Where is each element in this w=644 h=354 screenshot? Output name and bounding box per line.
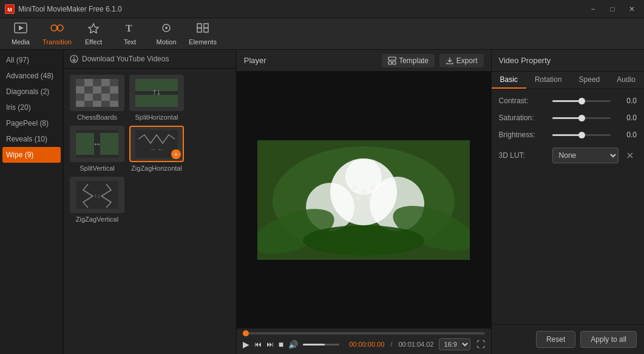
template-button[interactable]: Template [382,54,435,67]
lut-delete-button[interactable] [623,149,637,162]
svg-rect-26 [110,86,118,94]
fullscreen-button[interactable]: ⛶ [476,339,485,349]
contrast-fill [552,100,581,102]
saturation-label: Saturation: [499,114,547,122]
svg-marker-6 [89,24,98,33]
next-frame-button[interactable]: ⏭ [266,340,274,349]
close-button[interactable]: ✕ [625,3,639,15]
volume-icon[interactable]: 🔊 [288,340,298,349]
video-property-title: Video Property [492,50,644,72]
volume-slider[interactable] [303,344,339,345]
minimize-button[interactable]: − [586,3,600,15]
svg-rect-11 [204,24,208,28]
volume-fill [303,344,325,345]
transition-splitvertical[interactable]: ↔ SplitVertical [70,126,124,172]
player-title: Player [244,56,266,65]
category-sidebar: All (97) Advanced (48) Diagonals (2) Iri… [0,50,64,354]
time-separator: / [390,341,392,348]
window-controls: − □ ✕ [586,3,639,15]
svg-point-63 [367,196,372,200]
saturation-slider[interactable] [552,117,611,119]
template-label: Template [399,56,429,65]
svg-rect-31 [110,94,118,101]
media-label: Media [12,38,30,46]
transitions-grid: ChessBoards ↑↓ SplitHorizontal [64,69,236,229]
prev-frame-button[interactable]: ⏮ [254,340,262,349]
motion-icon [160,22,173,36]
svg-rect-32 [76,101,84,107]
svg-text:→ ←: → ← [150,146,164,152]
nav-toolbar: Media Transition Effect T Text Motion El… [0,18,644,50]
transition-splithorizontal[interactable]: ↑↓ SplitHorizontal [129,75,184,121]
transition-chessboards[interactable]: ChessBoards [70,75,124,121]
transition-zigzagvertical[interactable]: ↑↓ ZigZagVertical [70,177,124,223]
svg-point-60 [352,185,357,190]
svg-rect-49 [388,57,396,60]
progress-thumb[interactable] [243,330,249,336]
splitvertical-thumb[interactable]: ↔ [70,126,124,162]
svg-point-66 [303,225,424,256]
time-total: 00:01:04.02 [398,341,433,348]
svg-rect-27 [76,94,84,101]
splitvertical-label: SplitVertical [80,165,114,172]
svg-rect-33 [84,101,93,107]
tab-rotation[interactable]: Rotation [526,72,571,89]
lut-select[interactable]: None [552,148,619,163]
splithorizontal-thumb[interactable]: ↑↓ [129,75,184,111]
nav-effect[interactable]: Effect [75,19,112,49]
cat-diagonals[interactable]: Diagonals (2) [0,84,63,100]
export-button[interactable]: Export [439,54,484,67]
maximize-button[interactable]: □ [605,3,620,15]
stop-button[interactable]: ■ [279,339,283,349]
zigzagvertical-thumb[interactable]: ↑↓ [70,177,124,213]
apply-to-all-button[interactable]: Apply to all [580,331,637,348]
zigzaghorizontal-label: ZigZagHorizontal [131,165,182,172]
download-header[interactable]: Download YouTube Videos [64,50,236,69]
brightness-label: Brightness: [499,131,547,139]
saturation-fill [552,117,581,119]
video-preview [257,140,470,260]
lut-row: 3D LUT: None [499,148,637,163]
play-button[interactable]: ▶ [243,339,249,349]
nav-text[interactable]: T Text [112,19,148,49]
tab-speed[interactable]: Speed [571,72,609,89]
cat-advanced[interactable]: Advanced (48) [0,68,63,84]
zigzaghorizontal-thumb[interactable]: → ← + [129,126,184,162]
ratio-select[interactable]: 16:94:31:19:16 [439,338,470,350]
tab-audio[interactable]: Audio [608,72,644,89]
cat-iris[interactable]: Iris (20) [0,100,63,115]
brightness-row: Brightness: 0.0 [499,131,637,139]
progress-bar[interactable] [243,332,485,335]
tab-basic[interactable]: Basic [492,72,526,89]
controls-row: ▶ ⏮ ⏭ ■ 🔊 00:00:00.00 / 00:01:04.02 16:9… [243,338,485,350]
player-controls: ▶ ⏮ ⏭ ■ 🔊 00:00:00.00 / 00:01:04.02 16:9… [237,328,491,354]
cat-pagepeel[interactable]: PagePeel (8) [0,115,63,131]
nav-motion[interactable]: Motion [148,19,185,49]
svg-rect-25 [101,86,110,94]
chessboards-thumb[interactable] [70,75,124,111]
svg-rect-36 [110,101,118,107]
svg-rect-22 [76,86,84,94]
svg-rect-39 [135,95,178,107]
contrast-slider[interactable] [552,100,611,102]
svg-rect-13 [204,28,208,32]
svg-rect-17 [76,79,84,86]
cat-all[interactable]: All (97) [0,52,63,68]
nav-elements[interactable]: Elements [185,19,221,49]
left-panel: All (97) Advanced (48) Diagonals (2) Iri… [0,50,237,354]
transition-zigzaghorizontal[interactable]: → ← + ZigZagHorizontal [129,126,184,172]
contrast-label: Contrast: [499,97,547,105]
cat-reveals[interactable]: Reveals (10) [0,131,63,147]
brightness-slider[interactable] [552,134,611,136]
saturation-value: 0.0 [615,114,637,122]
cat-wipe[interactable]: Wipe (9) [2,147,61,163]
svg-rect-12 [197,28,202,32]
svg-rect-18 [84,79,93,86]
add-badge: + [171,149,181,159]
nav-transition[interactable]: Transition [39,19,75,49]
svg-rect-42 [76,133,94,155]
svg-rect-28 [84,94,93,101]
nav-media[interactable]: Media [2,19,39,49]
reset-button[interactable]: Reset [536,331,575,348]
elements-label: Elements [189,38,217,46]
